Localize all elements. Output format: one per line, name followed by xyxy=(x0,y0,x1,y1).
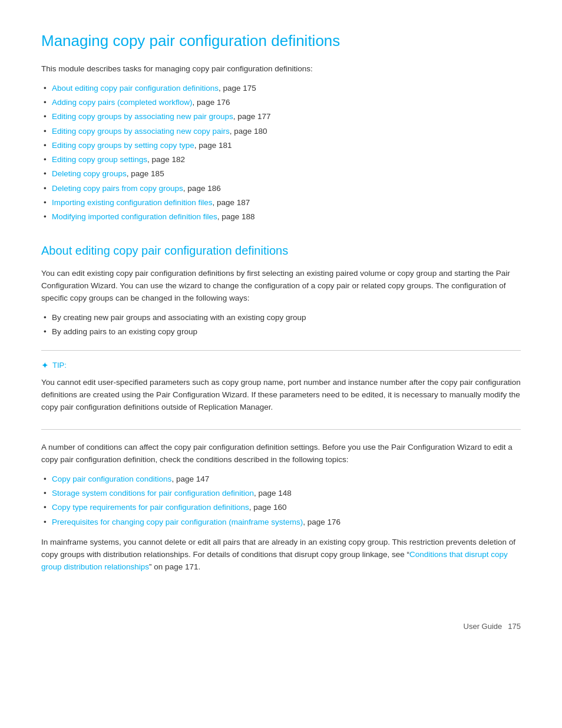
toc-page: , page 186 xyxy=(183,184,221,193)
section1-title: About editing copy pair configuration de… xyxy=(41,242,521,259)
toc-link[interactable]: Importing existing configuration definit… xyxy=(52,198,212,207)
toc-page: , page 185 xyxy=(127,169,164,178)
toc-link[interactable]: Editing copy groups by setting copy type xyxy=(52,141,194,150)
toc-page: , page 182 xyxy=(147,155,185,164)
condition-link[interactable]: Copy pair configuration conditions xyxy=(52,475,171,483)
toc-item: Deleting copy groups, page 185 xyxy=(41,168,521,180)
toc-link[interactable]: Deleting copy pairs from copy groups xyxy=(52,184,183,193)
toc-page: , page 180 xyxy=(230,127,267,136)
section1-para1: You can edit existing copy pair configur… xyxy=(41,268,521,305)
section1-para2: A number of conditions can affect the co… xyxy=(41,442,521,466)
toc-page: , page 188 xyxy=(217,212,255,221)
toc-link[interactable]: Adding copy pairs (completed workflow) xyxy=(52,98,193,107)
toc-page: , page 181 xyxy=(194,141,232,150)
condition-link[interactable]: Copy type requirements for pair configur… xyxy=(52,503,249,512)
condition-item: Copy type requirements for pair configur… xyxy=(41,502,521,513)
bullet-item: By adding pairs to an existing copy grou… xyxy=(41,326,521,338)
footer-page: 175 xyxy=(508,621,521,633)
condition-item: Copy pair configuration conditions, page… xyxy=(41,473,521,485)
toc-page: , page 176 xyxy=(193,98,230,107)
tip-box: ✦ TIP: You cannot edit user-specified pa… xyxy=(41,350,521,430)
footer-label: User Guide xyxy=(464,621,503,633)
toc-page: , page 175 xyxy=(219,84,256,93)
toc-link[interactable]: Editing copy groups by associating new p… xyxy=(52,112,233,121)
condition-page: , page 147 xyxy=(171,475,209,483)
toc-item: Deleting copy pairs from copy groups, pa… xyxy=(41,183,521,195)
toc-item: Adding copy pairs (completed workflow), … xyxy=(41,97,521,108)
toc-item: Editing copy groups by setting copy type… xyxy=(41,140,521,151)
para3-end: ” on page 171. xyxy=(149,562,200,571)
toc-link[interactable]: About editing copy pair configuration de… xyxy=(52,84,219,93)
condition-list: Copy pair configuration conditions, page… xyxy=(41,473,521,528)
toc-list: About editing copy pair configuration de… xyxy=(41,83,521,223)
footer: User Guide 175 xyxy=(41,621,521,633)
toc-item: Modifying imported configuration definit… xyxy=(41,211,521,223)
tip-icon: ✦ xyxy=(41,359,49,373)
toc-page: , page 177 xyxy=(233,112,271,121)
toc-item: Editing copy groups by associating new c… xyxy=(41,126,521,137)
condition-item: Storage system conditions for pair confi… xyxy=(41,487,521,499)
section1-para3: In mainframe systems, you cannot delete … xyxy=(41,536,521,574)
toc-link[interactable]: Editing copy groups by associating new c… xyxy=(52,127,230,136)
toc-link[interactable]: Editing copy group settings xyxy=(52,155,147,164)
toc-link[interactable]: Modifying imported configuration definit… xyxy=(52,212,217,221)
tip-label-text: TIP: xyxy=(52,360,67,371)
condition-link[interactable]: Storage system conditions for pair confi… xyxy=(52,489,254,498)
toc-link[interactable]: Deleting copy groups xyxy=(52,169,127,178)
condition-link[interactable]: Prerequisites for changing copy pair con… xyxy=(52,518,303,526)
condition-page: , page 176 xyxy=(303,518,340,526)
condition-page: , page 160 xyxy=(249,503,287,512)
condition-page: , page 148 xyxy=(254,489,292,498)
toc-item: About editing copy pair configuration de… xyxy=(41,83,521,94)
toc-item: Importing existing configuration definit… xyxy=(41,197,521,209)
toc-item: Editing copy group settings, page 182 xyxy=(41,154,521,166)
tip-text: You cannot edit user-specified parameter… xyxy=(41,377,521,414)
bullet-item: By creating new pair groups and associat… xyxy=(41,312,521,324)
condition-item: Prerequisites for changing copy pair con… xyxy=(41,516,521,528)
section1-bullets: By creating new pair groups and associat… xyxy=(41,312,521,338)
toc-item: Editing copy groups by associating new p… xyxy=(41,111,521,123)
toc-page: , page 187 xyxy=(212,198,250,207)
intro-text: This module describes tasks for managing… xyxy=(41,63,521,75)
tip-label: ✦ TIP: xyxy=(41,359,521,373)
page-title: Managing copy pair configuration definit… xyxy=(41,29,521,52)
